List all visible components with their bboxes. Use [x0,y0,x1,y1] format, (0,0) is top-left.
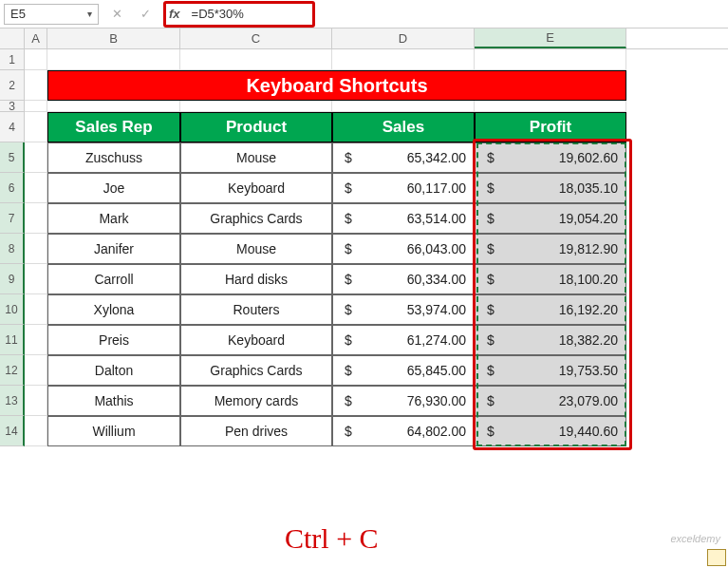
row-header[interactable]: 11 [0,325,25,355]
cell-product[interactable]: Mouse [180,234,332,264]
sheet-area[interactable]: Keyboard Shortcuts Sales Rep Product Sal… [25,49,728,446]
cell-sales[interactable]: $63,514.00 [332,203,475,234]
header-profit[interactable]: Profit [475,112,626,142]
cell-profit[interactable]: $18,382.20 [475,325,626,355]
cell[interactable] [25,264,47,294]
formula-input[interactable] [186,5,309,24]
cell-sales[interactable]: $76,930.00 [332,386,475,416]
cell-rep[interactable]: Carroll [47,264,180,294]
cell[interactable] [180,101,332,112]
table-row: JaniferMouse$66,043.00$19,812.90 [25,234,728,264]
header-sales[interactable]: Sales [332,112,475,142]
cell[interactable] [25,234,47,264]
select-all-corner[interactable] [0,28,25,48]
cell-sales[interactable]: $64,802.00 [332,416,475,446]
cell[interactable] [475,101,626,112]
cell[interactable] [25,416,47,446]
name-box[interactable]: E5 ▾ [4,4,99,25]
col-header-e[interactable]: E [475,28,626,48]
row-header[interactable]: 7 [0,203,25,234]
row-header[interactable]: 5 [0,142,25,173]
cell[interactable] [25,70,47,101]
cell-product[interactable]: Graphics Cards [180,355,332,386]
cell[interactable] [25,112,47,142]
cell-product[interactable]: Mouse [180,142,332,173]
row-header[interactable]: 1 [0,49,25,70]
row-header[interactable]: 9 [0,264,25,294]
cell-profit[interactable]: $19,440.60 [475,416,626,446]
cell-profit[interactable]: $19,602.60 [475,142,626,173]
cell[interactable] [25,386,47,416]
cell-rep[interactable]: Preis [47,325,180,355]
cell-product[interactable]: Routers [180,294,332,325]
cancel-icon[interactable]: ✕ [106,4,127,25]
cell[interactable] [47,101,180,112]
cell-profit[interactable]: $19,812.90 [475,234,626,264]
cell-sales[interactable]: $61,274.00 [332,325,475,355]
cell-product[interactable]: Memory cards [180,386,332,416]
cell[interactable] [475,49,626,70]
row-header[interactable]: 3 [0,101,25,112]
row-header[interactable]: 8 [0,234,25,264]
title-banner[interactable]: Keyboard Shortcuts [47,70,626,101]
row-header[interactable]: 14 [0,416,25,446]
cell-rep[interactable]: Janifer [47,234,180,264]
cell[interactable] [332,49,475,70]
row-header[interactable]: 12 [0,355,25,386]
cell-profit[interactable]: $19,054.20 [475,203,626,234]
row-header[interactable]: 13 [0,386,25,416]
cell[interactable] [25,142,47,173]
cell[interactable] [25,355,47,386]
cell[interactable] [47,49,180,70]
cell-sales[interactable]: $66,043.00 [332,234,475,264]
header-product[interactable]: Product [180,112,332,142]
cell-sales[interactable]: $60,117.00 [332,173,475,203]
header-sales-rep[interactable]: Sales Rep [47,112,180,142]
cell[interactable] [25,173,47,203]
col-header-c[interactable]: C [180,28,332,48]
cell-rep[interactable]: Mark [47,203,180,234]
cell-product[interactable]: Keyboard [180,325,332,355]
cell-profit[interactable]: $16,192.20 [475,294,626,325]
shortcut-annotation: Ctrl + C [285,522,379,555]
fx-icon[interactable]: fx [169,7,180,21]
enter-icon[interactable]: ✓ [135,4,156,25]
cell-rep[interactable]: Zuschuss [47,142,180,173]
watermark: exceldemy [670,533,720,544]
cell[interactable] [180,49,332,70]
cell-rep[interactable]: Dalton [47,355,180,386]
col-header-a[interactable]: A [25,28,47,48]
row-header[interactable]: 6 [0,173,25,203]
cell-product[interactable]: Graphics Cards [180,203,332,234]
cell-rep[interactable]: Joe [47,173,180,203]
cell-sales[interactable]: $60,334.00 [332,264,475,294]
name-box-value: E5 [10,7,26,21]
cell[interactable] [25,101,47,112]
col-header-d[interactable]: D [332,28,475,48]
cell-rep[interactable]: Willium [47,416,180,446]
cell-rep[interactable]: Mathis [47,386,180,416]
cell-sales[interactable]: $65,342.00 [332,142,475,173]
paste-options-icon[interactable] [707,549,726,566]
cell-profit[interactable]: $19,753.50 [475,355,626,386]
dropdown-icon[interactable]: ▾ [87,9,92,19]
formula-bar-row: E5 ▾ ✕ ✓ fx [0,0,728,28]
cell[interactable] [332,101,475,112]
cell[interactable] [25,325,47,355]
cell[interactable] [25,294,47,325]
col-header-b[interactable]: B [47,28,180,48]
cell-profit[interactable]: $23,079.00 [475,386,626,416]
cell-product[interactable]: Pen drives [180,416,332,446]
cell-profit[interactable]: $18,035.10 [475,173,626,203]
cell-product[interactable]: Hard disks [180,264,332,294]
row-header[interactable]: 4 [0,112,25,142]
cell-profit[interactable]: $18,100.20 [475,264,626,294]
cell[interactable] [25,203,47,234]
row-header[interactable]: 2 [0,70,25,101]
cell-sales[interactable]: $65,845.00 [332,355,475,386]
cell-sales[interactable]: $53,974.00 [332,294,475,325]
cell-product[interactable]: Keyboard [180,173,332,203]
cell-rep[interactable]: Xylona [47,294,180,325]
row-header[interactable]: 10 [0,294,25,325]
cell[interactable] [25,49,47,70]
